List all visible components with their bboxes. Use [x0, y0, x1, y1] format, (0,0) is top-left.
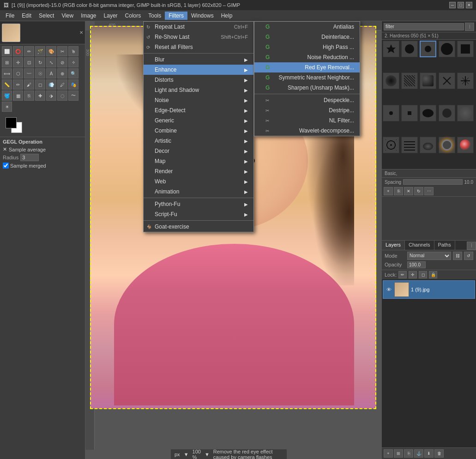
tool-fill[interactable]: 🪣 — [2, 91, 12, 101]
tool-crop[interactable]: ⊡ — [24, 57, 34, 67]
filter-artistic[interactable]: Artistic ▶ — [144, 136, 253, 146]
merge-down-button[interactable]: ⬇ — [424, 449, 434, 458]
sample-merged-checkbox[interactable] — [3, 163, 9, 169]
tool-scissors[interactable]: ✂ — [57, 46, 67, 56]
menu-help[interactable]: Help — [217, 12, 236, 20]
filter-repeat-last[interactable]: ↻ Repeat Last Ctrl+F — [144, 22, 253, 32]
brush-cell-splatter1[interactable] — [457, 137, 474, 153]
filter-decor[interactable]: Decor ▶ — [144, 146, 253, 156]
filter-distorts[interactable]: Distorts ▶ — [144, 75, 253, 85]
lock-all-button[interactable]: 🔒 — [429, 271, 437, 278]
filter-enhance[interactable]: Enhance ▶ — [144, 65, 253, 75]
tool-fuzzy-select[interactable]: 🪄 — [35, 46, 45, 56]
maximize-button[interactable]: □ — [458, 2, 464, 8]
brush-cell-texture1[interactable] — [401, 72, 418, 89]
delete-layer-button[interactable]: 🗑 — [434, 449, 444, 458]
tool-foreground-select[interactable]: 🖱 — [68, 46, 78, 56]
titlebar-controls[interactable]: ─ □ ✕ — [449, 2, 472, 8]
brush-cell-plus2[interactable] — [457, 72, 474, 89]
menu-image[interactable]: Image — [77, 12, 100, 20]
layers-panel-options[interactable]: ⋮ — [467, 242, 476, 250]
tool-smudge[interactable]: 〜 — [68, 91, 78, 101]
brushes-options-button[interactable]: ⋮ — [465, 23, 474, 31]
filter-reshow-last[interactable]: ↺ Re-Show Last Shift+Ctrl+F — [144, 32, 253, 42]
tool-ink[interactable]: 🖊 — [57, 79, 67, 90]
mode-chain-button[interactable]: ⛓ — [453, 252, 462, 260]
brush-cell-pattern1[interactable] — [383, 137, 399, 153]
enhance-deinterlace[interactable]: G Deinterlace... — [254, 32, 360, 42]
menu-windows[interactable]: Windows — [187, 12, 217, 20]
tool-measure[interactable]: 📏 — [2, 79, 12, 90]
enhance-antialias[interactable]: G Antialias — [254, 22, 360, 32]
filter-goat-exercise[interactable]: 🐐 Goat-exercise — [144, 222, 253, 232]
filter-noise[interactable]: Noise ▶ — [144, 95, 253, 105]
status-dropdown-zoom[interactable]: ▼ — [205, 452, 210, 457]
menu-filters[interactable]: Filters — [165, 12, 187, 20]
brush-cell-large-soft[interactable] — [457, 105, 474, 121]
layer-visibility-icon[interactable]: 👁 — [385, 286, 392, 293]
tool-rectangle-select[interactable]: ⬜ — [2, 46, 12, 56]
tool-dodge-burn[interactable]: ☀ — [2, 102, 12, 112]
brush-refresh-button[interactable]: ↻ — [414, 187, 423, 195]
enhance-high-pass[interactable]: G High Pass ... — [254, 42, 360, 52]
preview-x-button[interactable]: ✕ — [79, 30, 83, 35]
filter-blur[interactable]: Blur ▶ — [144, 54, 253, 65]
tool-perspective[interactable]: ⟡ — [68, 57, 78, 67]
filter-web[interactable]: Web ▶ — [144, 176, 253, 187]
duplicate-layer-button[interactable]: ⎘ — [404, 449, 413, 458]
brush-cell-small1[interactable] — [383, 105, 399, 121]
brush-cell-soft1[interactable] — [383, 72, 399, 89]
menu-edit[interactable]: Edit — [18, 12, 35, 20]
brush-cell-small2[interactable] — [401, 105, 418, 121]
brush-cell-plus[interactable] — [439, 72, 455, 89]
tool-perspective-clone[interactable]: ⬗ — [46, 91, 56, 101]
filter-edge-detect[interactable]: Edge-Detect ▶ — [144, 105, 253, 115]
tool-blur-sharpen[interactable]: ◌ — [57, 91, 67, 101]
brush-cell-star[interactable] — [383, 41, 399, 57]
tool-align[interactable]: ⊞ — [2, 57, 12, 67]
mode-reset-button[interactable]: ↺ — [464, 252, 473, 260]
menu-select[interactable]: Select — [35, 12, 58, 20]
filter-combine[interactable]: Combine ▶ — [144, 126, 253, 136]
tool-move[interactable]: ✛ — [13, 57, 23, 67]
lock-position-button[interactable]: ✛ — [409, 271, 417, 278]
tool-shear[interactable]: ⊘ — [57, 57, 67, 67]
brush-cell-square[interactable] — [457, 41, 474, 57]
tool-paintbrush[interactable]: 🖌 — [24, 79, 34, 90]
brushes-search-input[interactable] — [384, 23, 464, 30]
tool-clone[interactable]: ⎘ — [24, 91, 34, 101]
tool-mypaint[interactable]: 🎭 — [68, 79, 78, 90]
tool-cage-transform[interactable]: ⬡ — [13, 68, 23, 79]
tab-channels[interactable]: Channels — [405, 241, 434, 250]
menu-colors[interactable]: Colors — [121, 12, 145, 20]
filter-generic[interactable]: Generic ▶ — [144, 115, 253, 126]
tool-scale[interactable]: ⤡ — [46, 57, 56, 67]
minimize-button[interactable]: ─ — [449, 2, 456, 8]
filter-animation[interactable]: Animation ▶ — [144, 187, 253, 197]
lock-pixels-button[interactable]: ✏ — [398, 271, 407, 278]
menu-tools[interactable]: Tools — [145, 12, 165, 20]
spacing-slider[interactable] — [403, 179, 462, 185]
brush-cell-circle-small[interactable] — [420, 41, 436, 57]
tool-text[interactable]: A — [46, 68, 56, 79]
tool-airbrush[interactable]: 💨 — [46, 79, 56, 90]
brush-duplicate-button[interactable]: ⎘ — [394, 187, 403, 195]
tool-rotate[interactable]: ↻ — [35, 57, 45, 67]
brush-cell-circle-medium[interactable] — [401, 41, 418, 57]
tool-magnify[interactable]: 🔍 — [68, 68, 78, 79]
filter-python-fu[interactable]: Python-Fu ▶ — [144, 199, 253, 209]
tool-warp-transform[interactable]: 〰 — [24, 68, 34, 79]
close-button[interactable]: ✕ — [466, 2, 472, 8]
new-layer-button[interactable]: + — [384, 449, 393, 458]
brush-new-button[interactable]: + — [384, 187, 393, 195]
anchor-layer-button[interactable]: ⚓ — [414, 449, 423, 458]
tool-pencil[interactable]: ✏ — [13, 79, 23, 90]
enhance-sharpen-unsharp-mask[interactable]: G Sharpen (Unsharp Mask)... — [254, 83, 360, 93]
layer-item[interactable]: 👁 1 (9).jpg — [383, 280, 475, 299]
enhance-red-eye-removal[interactable]: G Red Eye Removal... — [254, 62, 360, 72]
enhance-symmetric-nearest-neighbor[interactable]: G Symmetric Nearest Neighbor... — [254, 72, 360, 83]
status-dropdown-unit[interactable]: ▼ — [184, 452, 189, 457]
menu-layer[interactable]: Layer — [100, 12, 121, 20]
tab-layers[interactable]: Layers — [382, 241, 405, 250]
filter-reset-all[interactable]: ⟳ Reset all Filters — [144, 42, 253, 52]
